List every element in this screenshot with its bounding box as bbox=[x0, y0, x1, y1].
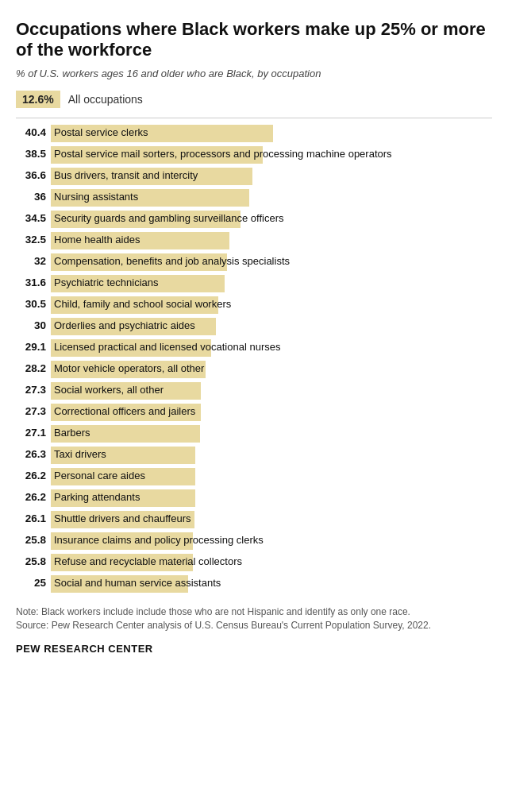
bar-container: Psychiatric technicians bbox=[51, 275, 492, 290]
bar-row: 38.5 Postal service mail sorters, proces… bbox=[16, 145, 492, 164]
pew-logo: PEW RESEARCH CENTER bbox=[16, 643, 492, 655]
bar-value: 38.5 bbox=[16, 148, 46, 160]
bar-container: Security guards and gambling surveillanc… bbox=[51, 211, 492, 226]
bar-container: Social and human service assistants bbox=[51, 575, 492, 590]
bar-label: Barbers bbox=[51, 425, 94, 440]
bar-label: Home health aides bbox=[51, 232, 143, 247]
bar-row: 26.2 Parking attendants bbox=[16, 488, 492, 507]
source-text: Source: Pew Research Center analysis of … bbox=[16, 620, 431, 631]
bar-container: Home health aides bbox=[51, 232, 492, 247]
bars-container: 40.4 Postal service clerks 38.5 Postal s… bbox=[16, 123, 492, 593]
bar-label: Child, family and school social workers bbox=[51, 296, 234, 311]
bar-value: 30.5 bbox=[16, 298, 46, 310]
bar-container: Correctional officers and jailers bbox=[51, 404, 492, 419]
bar-container: Insurance claims and policy processing c… bbox=[51, 532, 492, 547]
bar-value: 34.5 bbox=[16, 212, 46, 224]
bar-container: Bus drivers, transit and intercity bbox=[51, 168, 492, 183]
bar-value: 26.2 bbox=[16, 491, 46, 503]
bar-value: 26.2 bbox=[16, 470, 46, 481]
bar-label: Refuse and recyclable material collector… bbox=[51, 554, 245, 569]
bar-label: Postal service clerks bbox=[51, 125, 151, 140]
bar-label: Licensed practical and licensed vocation… bbox=[51, 339, 283, 354]
bar-row: 31.6 Psychiatric technicians bbox=[16, 273, 492, 292]
bar-value: 27.3 bbox=[16, 405, 46, 417]
bar-label: Motor vehicle operators, all other bbox=[51, 361, 207, 376]
bar-value: 29.1 bbox=[16, 341, 46, 353]
chart-title: Occupations where Black workers make up … bbox=[16, 19, 492, 61]
bar-value: 25.8 bbox=[16, 534, 46, 546]
bar-value: 28.2 bbox=[16, 362, 46, 374]
bar-row: 27.3 Correctional officers and jailers bbox=[16, 402, 492, 421]
bar-row: 28.2 Motor vehicle operators, all other bbox=[16, 359, 492, 378]
bar-row: 26.2 Personal care aides bbox=[16, 466, 492, 485]
bar-label: Security guards and gambling surveillanc… bbox=[51, 211, 287, 226]
bar-row: 36 Nursing assistants bbox=[16, 188, 492, 207]
bar-label: Psychiatric technicians bbox=[51, 275, 162, 290]
bar-row: 32.5 Home health aides bbox=[16, 230, 492, 249]
bar-label: Orderlies and psychiatric aides bbox=[51, 318, 198, 333]
bar-container: Parking attendants bbox=[51, 489, 492, 505]
bar-row: 26.1 Shuttle drivers and chauffeurs bbox=[16, 509, 492, 528]
all-occupations-row: 12.6% All occupations bbox=[16, 91, 492, 108]
bar-container: Barbers bbox=[51, 425, 492, 440]
bar-value: 26.1 bbox=[16, 512, 46, 524]
bar-value: 36.6 bbox=[16, 169, 46, 181]
bar-row: 32 Compensation, benefits and job analys… bbox=[16, 252, 492, 271]
bar-container: Shuttle drivers and chauffeurs bbox=[51, 511, 492, 526]
bar-container: Taxi drivers bbox=[51, 447, 492, 462]
bar-value: 27.3 bbox=[16, 384, 46, 396]
bar-container: Refuse and recyclable material collector… bbox=[51, 554, 492, 569]
bar-container: Compensation, benefits and job analysis … bbox=[51, 253, 492, 269]
bar-row: 27.3 Social workers, all other bbox=[16, 381, 492, 400]
bar-row: 34.5 Security guards and gambling survei… bbox=[16, 209, 492, 228]
bar-label: Parking attendants bbox=[51, 489, 143, 505]
chart-subtitle: % of U.S. workers ages 16 and older who … bbox=[16, 68, 492, 79]
bar-value: 25.8 bbox=[16, 555, 46, 567]
all-occupations-label: All occupations bbox=[68, 93, 143, 106]
footnote: Note: Black workers include include thos… bbox=[16, 605, 492, 632]
bar-row: 30.5 Child, family and school social wor… bbox=[16, 295, 492, 314]
bar-value: 31.6 bbox=[16, 276, 46, 288]
bar-row: 26.3 Taxi drivers bbox=[16, 445, 492, 464]
bar-row: 27.1 Barbers bbox=[16, 423, 492, 443]
bar-row: 36.6 Bus drivers, transit and intercity bbox=[16, 166, 492, 185]
divider bbox=[16, 118, 492, 118]
bar-container: Motor vehicle operators, all other bbox=[51, 361, 492, 376]
all-occupations-value: 12.6% bbox=[16, 91, 60, 108]
bar-row: 40.4 Postal service clerks bbox=[16, 123, 492, 142]
bar-row: 25.8 Refuse and recyclable material coll… bbox=[16, 552, 492, 571]
footnote-text: Note: Black workers include include thos… bbox=[16, 606, 410, 617]
bar-value: 27.1 bbox=[16, 427, 46, 439]
bar-value: 30 bbox=[16, 319, 46, 331]
bar-label: Taxi drivers bbox=[51, 447, 110, 462]
bar-label: Correctional officers and jailers bbox=[51, 404, 198, 419]
bar-value: 40.4 bbox=[16, 126, 46, 138]
bar-label: Compensation, benefits and job analysis … bbox=[51, 253, 293, 269]
bar-row: 30 Orderlies and psychiatric aides bbox=[16, 316, 492, 335]
bar-container: Nursing assistants bbox=[51, 189, 492, 204]
bar-value: 36 bbox=[16, 191, 46, 203]
bar-label: Bus drivers, transit and intercity bbox=[51, 168, 201, 183]
bar-value: 32.5 bbox=[16, 234, 46, 246]
bar-row: 29.1 Licensed practical and licensed voc… bbox=[16, 338, 492, 357]
bar-label: Social and human service assistants bbox=[51, 575, 224, 590]
bar-container: Licensed practical and licensed vocation… bbox=[51, 339, 492, 354]
bar-container: Personal care aides bbox=[51, 468, 492, 483]
bar-label: Postal service mail sorters, processors … bbox=[51, 146, 395, 161]
bar-row: 25.8 Insurance claims and policy process… bbox=[16, 531, 492, 550]
bar-label: Insurance claims and policy processing c… bbox=[51, 532, 267, 547]
bar-container: Child, family and school social workers bbox=[51, 296, 492, 311]
bar-container: Orderlies and psychiatric aides bbox=[51, 318, 492, 333]
bar-row: 25 Social and human service assistants bbox=[16, 574, 492, 593]
bar-container: Postal service clerks bbox=[51, 125, 492, 140]
bar-container: Postal service mail sorters, processors … bbox=[51, 146, 492, 161]
bar-value: 32 bbox=[16, 255, 46, 267]
bar-label: Nursing assistants bbox=[51, 189, 141, 204]
bar-label: Shuttle drivers and chauffeurs bbox=[51, 511, 194, 526]
bar-label: Personal care aides bbox=[51, 468, 148, 483]
bar-value: 25 bbox=[16, 577, 46, 589]
bar-container: Social workers, all other bbox=[51, 382, 492, 397]
bar-value: 26.3 bbox=[16, 448, 46, 460]
bar-label: Social workers, all other bbox=[51, 382, 167, 397]
